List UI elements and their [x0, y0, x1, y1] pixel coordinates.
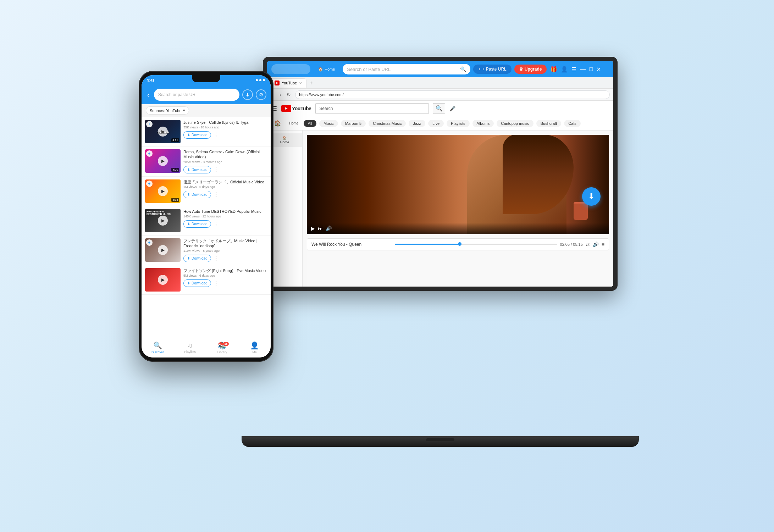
- play-btn-3[interactable]: ▶: [158, 186, 168, 196]
- yt-chip-maroon5[interactable]: Maroon 5: [341, 120, 366, 127]
- skip-button[interactable]: ⏭: [318, 226, 323, 231]
- video-download-fab[interactable]: ⬇: [582, 187, 601, 206]
- player-info-bar: We Will Rock You - Queen 02:05 / 0: [307, 238, 609, 250]
- wifi-icon: [259, 79, 261, 81]
- thumbnail-4[interactable]: ▶ How AutoTune DESTROYED MUSIC: [145, 209, 181, 232]
- forward-button[interactable]: ›: [278, 91, 283, 98]
- yt-logo-text: YouTube: [292, 106, 311, 111]
- thumbnail-2[interactable]: + ▶ 4:00: [145, 149, 181, 173]
- library-badge: 15: [223, 342, 229, 346]
- video-actions-5: ⬇ Download ⋮: [183, 255, 267, 262]
- gift-icon[interactable]: 🎁: [549, 65, 558, 73]
- yt-main: 🏠 Home: [267, 131, 613, 287]
- download-btn-3[interactable]: ⬇ Download: [183, 191, 211, 198]
- download-btn-6[interactable]: ⬇ Download: [183, 279, 211, 287]
- menu-icon[interactable]: ☰: [571, 65, 577, 73]
- sources-bar: Sources: YouTube ▾: [142, 104, 271, 117]
- yt-chip-bushcraft[interactable]: Bushcraft: [536, 120, 561, 127]
- download-icon-3: ⬇: [187, 193, 190, 196]
- close-icon[interactable]: ✕: [596, 65, 602, 73]
- more-btn-4[interactable]: ⋮: [213, 221, 219, 227]
- laptop-base: [242, 436, 639, 447]
- thumbnail-3[interactable]: + ▶ 5:14: [145, 179, 181, 203]
- yt-chip-albums[interactable]: Albums: [472, 120, 494, 127]
- more-btn-1[interactable]: ⋮: [213, 132, 219, 138]
- phone-settings-icon[interactable]: ⚙: [256, 89, 266, 100]
- upgrade-button[interactable]: ♛ Upgrade: [514, 65, 547, 74]
- list-item: + ▶ フレデリック「オドループ」Music Video | Frederic …: [142, 235, 271, 266]
- thumbnail-6[interactable]: ▶: [145, 268, 181, 292]
- video-title-4: How Auto-Tune DESTROYED Popular Music: [183, 209, 267, 214]
- download-btn-1[interactable]: ⬇ Download: [183, 131, 211, 139]
- video-title-6: ファイトソング (Fight Song) - Eve Music Video: [183, 268, 267, 273]
- download-icon-1: ⬇: [187, 133, 190, 137]
- video-actions-1: ⬇ Download ⋮: [183, 131, 267, 139]
- player-volume-button[interactable]: 🔊: [593, 242, 599, 247]
- play-button[interactable]: ▶: [311, 226, 315, 231]
- discover-icon: 🔍: [153, 341, 162, 350]
- video-meta-6: 5M views · 6 days ago: [183, 274, 267, 277]
- video-title-5: フレデリック「オドループ」Music Video | Frederic "odd…: [183, 238, 267, 249]
- download-icon-4: ⬇: [187, 222, 190, 226]
- topbar-search-icon: 🔍: [460, 66, 466, 72]
- signal-icon: [256, 79, 258, 81]
- video-meta-2: 205M views · 3 months ago: [183, 160, 267, 164]
- nav-me[interactable]: 👤 Me: [238, 341, 271, 354]
- yt-chip-cantopop[interactable]: Cantopop music: [497, 120, 533, 127]
- shuffle-button[interactable]: ⇄: [586, 242, 590, 247]
- yt-chip-music[interactable]: Music: [319, 120, 338, 127]
- video-info-6: ファイトソング (Fight Song) - Eve Music Video 5…: [183, 268, 267, 287]
- reload-button[interactable]: ↻: [285, 91, 292, 98]
- thumbnail-5[interactable]: + ▶: [145, 238, 181, 262]
- yt-logo-icon: ▶: [281, 105, 291, 112]
- more-btn-3[interactable]: ⋮: [213, 191, 219, 198]
- nav-playlists[interactable]: ♫ Playlists: [174, 341, 206, 354]
- paste-url-button[interactable]: + + Paste URL: [473, 65, 511, 74]
- yt-search-placeholder: Search: [319, 106, 333, 111]
- download-btn-5[interactable]: ⬇ Download: [183, 255, 211, 262]
- yt-chip-all[interactable]: All: [304, 120, 316, 127]
- phone-download-icon[interactable]: ⬇: [242, 89, 253, 100]
- yt-search-button[interactable]: 🔍: [433, 103, 445, 114]
- library-label: Library: [217, 350, 227, 354]
- volume-button[interactable]: 🔊: [326, 226, 332, 231]
- yt-mic-icon[interactable]: 🎤: [449, 106, 455, 111]
- yt-chip-live[interactable]: Live: [428, 120, 444, 127]
- player-progress-fill: [395, 244, 460, 245]
- nav-library[interactable]: 15 📚 Library: [206, 341, 238, 354]
- play-btn-6[interactable]: ▶: [158, 275, 168, 285]
- user-icon[interactable]: 👤: [560, 65, 569, 73]
- video-actions-6: ⬇ Download ⋮: [183, 279, 267, 287]
- queue-button[interactable]: ≡: [602, 242, 604, 247]
- maximize-icon[interactable]: □: [588, 65, 593, 73]
- yt-chip-christmas[interactable]: Christmas Music: [369, 120, 406, 127]
- download-btn-4[interactable]: ⬇ Download: [183, 220, 211, 228]
- thumb-overlay-6: ▶: [145, 268, 181, 292]
- tab-close-button[interactable]: ✕: [299, 81, 302, 85]
- youtube-tab[interactable]: ▶ YouTube ✕: [270, 78, 306, 88]
- play-btn-2[interactable]: ▶: [158, 156, 168, 166]
- youtube-page: ☰ ▶ YouTube Search 🔍: [267, 101, 613, 287]
- more-btn-6[interactable]: ⋮: [213, 280, 219, 287]
- player-progress-bar[interactable]: [395, 244, 557, 245]
- minimize-icon[interactable]: —: [579, 65, 586, 73]
- thumbnail-1[interactable]: + ▶ COLLIDE 4:21: [145, 120, 181, 143]
- yt-chip-playlists[interactable]: Playlists: [447, 120, 469, 127]
- home-button[interactable]: 🏠 Home: [313, 65, 340, 74]
- phone-back-button[interactable]: ‹: [146, 89, 151, 100]
- address-bar[interactable]: https://www.youtube.com/: [295, 90, 610, 99]
- more-btn-5[interactable]: ⋮: [213, 255, 219, 262]
- yt-chip-jazz[interactable]: Jazz: [409, 120, 425, 127]
- yt-chip-cats[interactable]: Cats: [564, 120, 581, 127]
- yt-chip-home-label[interactable]: Home: [287, 120, 301, 127]
- download-btn-2[interactable]: ⬇ Download: [183, 166, 211, 173]
- new-tab-button[interactable]: +: [308, 80, 314, 86]
- yt-search-input[interactable]: Search: [315, 103, 429, 114]
- sources-dropdown[interactable]: Sources: YouTube ▾: [146, 106, 189, 115]
- play-btn-5[interactable]: ▶: [158, 245, 168, 255]
- phone-search-bar[interactable]: Search or paste URL: [154, 89, 239, 101]
- video-info-3: 優里「メリーゴーランド」Official Music Video 1M view…: [183, 179, 267, 198]
- topbar-search-bar[interactable]: Search or Paste URL 🔍: [343, 64, 470, 74]
- more-btn-2[interactable]: ⋮: [213, 166, 219, 173]
- nav-discover[interactable]: 🔍 Discover: [142, 341, 174, 354]
